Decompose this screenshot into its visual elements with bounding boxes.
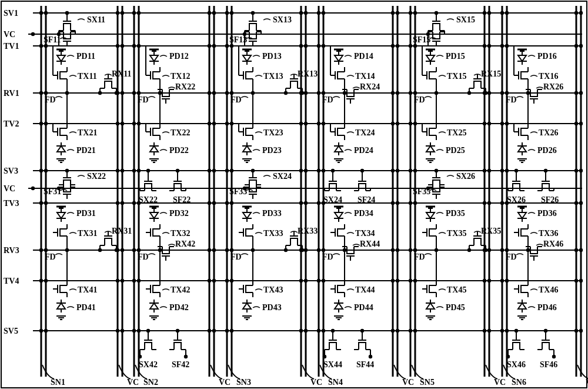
svg-point-268 <box>391 329 395 333</box>
label-FD: FD <box>506 95 517 104</box>
svg-point-105 <box>487 44 491 48</box>
label-VC: VC <box>4 184 15 193</box>
svg-point-89 <box>121 44 124 48</box>
label-SF15: SF15 <box>413 35 430 44</box>
svg-point-70 <box>225 11 229 15</box>
svg-point-113 <box>121 91 124 95</box>
svg-point-218 <box>317 248 320 252</box>
label-TX36: TX36 <box>539 229 558 238</box>
label-FD: FD <box>414 95 425 104</box>
label-FD: FD <box>45 95 56 104</box>
label-RV1: RV1 <box>4 89 19 98</box>
svg-point-374 <box>426 32 430 36</box>
label-SF13: SF13 <box>229 35 247 44</box>
svg-point-258 <box>132 329 136 333</box>
svg-point-229 <box>579 248 583 252</box>
label-SX42: SX42 <box>139 360 158 369</box>
svg-point-256 <box>116 329 119 333</box>
svg-point-82 <box>500 11 504 15</box>
label-SF24: SF24 <box>358 195 375 204</box>
svg-point-217 <box>304 248 308 252</box>
svg-point-237 <box>212 279 216 282</box>
svg-point-148 <box>391 122 395 125</box>
label-TX42: TX42 <box>171 285 190 294</box>
svg-point-133 <box>579 91 583 95</box>
svg-point-157 <box>579 122 583 125</box>
label-FD: FD <box>138 252 149 261</box>
label-RX24: RX24 <box>360 82 380 91</box>
svg-point-369 <box>369 355 372 358</box>
svg-point-171 <box>322 169 325 172</box>
svg-point-179 <box>505 169 509 172</box>
label-SN4: SN4 <box>328 378 343 387</box>
svg-point-219 <box>322 248 325 252</box>
svg-point-152 <box>483 122 486 125</box>
svg-point-186 <box>132 201 136 205</box>
label-TX21: TX21 <box>78 128 97 137</box>
svg-point-134 <box>39 122 43 125</box>
svg-point-147 <box>322 122 325 125</box>
svg-point-211 <box>137 248 141 252</box>
label-SF26: SF26 <box>541 195 559 204</box>
svg-point-99 <box>322 44 325 48</box>
label-PD32: PD32 <box>169 209 189 218</box>
svg-point-132 <box>574 91 578 95</box>
svg-point-91 <box>137 44 141 48</box>
svg-point-117 <box>212 91 216 95</box>
svg-point-340 <box>243 187 246 190</box>
label-PD26: PD26 <box>537 146 557 155</box>
label-TX16: TX16 <box>539 72 558 81</box>
svg-point-189 <box>212 201 216 205</box>
svg-point-141 <box>212 122 216 125</box>
label-PD45: PD45 <box>446 303 465 312</box>
svg-point-137 <box>121 122 124 125</box>
svg-point-252 <box>574 279 578 282</box>
label-PD44: PD44 <box>354 303 373 312</box>
label-RX26: RX26 <box>543 82 563 91</box>
svg-point-88 <box>116 44 119 48</box>
svg-point-181 <box>579 169 583 172</box>
svg-point-135 <box>44 122 48 125</box>
label-SX11: SX11 <box>87 15 105 24</box>
svg-point-156 <box>574 122 578 125</box>
svg-point-210 <box>132 248 136 252</box>
label-RX15: RX15 <box>481 69 501 78</box>
svg-point-403 <box>514 169 518 172</box>
svg-point-357 <box>331 169 335 172</box>
svg-point-96 <box>299 44 303 48</box>
label-TX13: TX13 <box>263 72 283 81</box>
svg-point-260 <box>208 329 211 333</box>
svg-point-322 <box>138 355 142 358</box>
svg-point-299 <box>115 248 118 252</box>
label-SN6: SN6 <box>512 378 526 387</box>
svg-point-103 <box>413 44 417 48</box>
label-SX24: SX24 <box>323 195 342 204</box>
svg-point-200 <box>483 201 486 205</box>
label-TX24: TX24 <box>355 128 375 137</box>
svg-point-254 <box>39 329 43 333</box>
svg-point-104 <box>483 44 486 48</box>
svg-point-86 <box>39 44 43 48</box>
svg-point-115 <box>137 91 141 95</box>
svg-point-106 <box>500 44 504 48</box>
label-TX15: TX15 <box>447 72 466 81</box>
svg-point-97 <box>304 44 308 48</box>
svg-point-236 <box>208 279 211 282</box>
svg-point-209 <box>121 248 124 252</box>
label-VC: VC <box>402 378 414 387</box>
svg-point-380 <box>484 91 487 95</box>
label-RV3: RV3 <box>4 246 19 255</box>
label-SV1: SV1 <box>4 9 18 18</box>
label-PD31: PD31 <box>76 209 96 218</box>
svg-point-125 <box>396 91 399 95</box>
svg-point-159 <box>44 169 48 172</box>
svg-point-241 <box>304 279 308 282</box>
label-TX45: TX45 <box>447 285 466 294</box>
label-SX13: SX13 <box>273 15 292 24</box>
svg-point-67 <box>137 11 141 15</box>
svg-point-74 <box>317 11 320 15</box>
svg-point-368 <box>323 355 326 358</box>
svg-point-81 <box>487 11 491 15</box>
label-TV1: TV1 <box>4 42 19 51</box>
svg-point-257 <box>121 329 124 333</box>
